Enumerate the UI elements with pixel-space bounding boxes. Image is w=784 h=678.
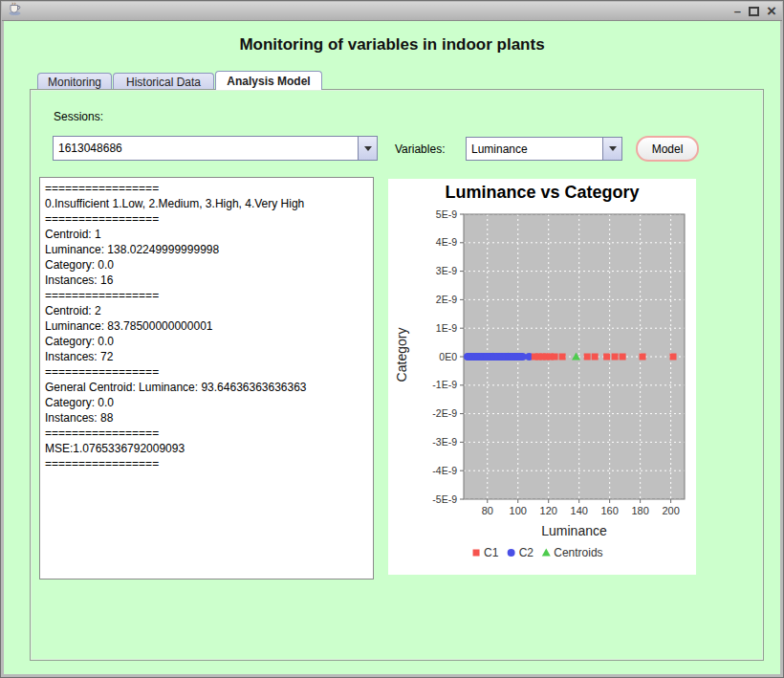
sessions-combobox[interactable]: 1613048686: [53, 136, 378, 161]
results-textarea[interactable]: ================= 0.Insufficient 1.Low, …: [39, 177, 374, 580]
tab-monitoring-label: Monitoring: [48, 76, 101, 89]
variables-combobox-arrow-button[interactable]: [602, 138, 621, 160]
tab-historical-data[interactable]: Historical Data: [113, 73, 214, 90]
chevron-down-icon: [609, 146, 617, 151]
svg-text:120: 120: [540, 505, 557, 516]
tab-analysis-model[interactable]: Analysis Model: [215, 71, 322, 90]
svg-text:-4E-9: -4E-9: [432, 465, 457, 476]
tab-monitoring[interactable]: Monitoring: [37, 73, 112, 90]
svg-text:100: 100: [510, 505, 527, 516]
sessions-combobox-arrow-button[interactable]: [358, 137, 377, 160]
svg-text:140: 140: [571, 505, 588, 516]
svg-text:-2E-9: -2E-9: [432, 407, 457, 419]
java-app-icon: [8, 2, 22, 20]
x-axis-label: Luminance: [464, 523, 685, 538]
chevron-down-icon: [364, 146, 372, 151]
model-button[interactable]: Model: [636, 136, 699, 162]
page-title: Monitoring of variables in indoor plants: [1, 35, 783, 55]
app-window: – × Monitoring of variables in indoor pl…: [0, 0, 784, 678]
maximize-button[interactable]: [749, 7, 759, 16]
sessions-combobox-value: 1613048686: [54, 137, 358, 160]
svg-text:Centroids: Centroids: [554, 546, 602, 559]
svg-text:-3E-9: -3E-9: [432, 436, 457, 448]
svg-text:160: 160: [600, 505, 618, 516]
minimize-button[interactable]: –: [734, 5, 741, 18]
variables-combobox[interactable]: Luminance: [466, 137, 622, 161]
sessions-label: Sessions:: [54, 110, 103, 123]
svg-text:C2: C2: [519, 546, 534, 559]
close-button[interactable]: ×: [767, 5, 776, 18]
svg-text:2E-9: 2E-9: [436, 294, 457, 305]
tab-historical-data-label: Historical Data: [126, 76, 201, 89]
svg-text:C1: C1: [484, 546, 499, 559]
svg-text:4E-9: 4E-9: [436, 236, 457, 248]
variables-combobox-value: Luminance: [467, 138, 602, 160]
svg-text:200: 200: [662, 505, 679, 516]
svg-text:3E-9: 3E-9: [436, 265, 457, 276]
svg-text:180: 180: [631, 505, 648, 516]
tab-analysis-model-label: Analysis Model: [227, 75, 310, 88]
window-titlebar[interactable]: – ×: [2, 2, 782, 21]
chart-panel: Luminance vs Category 5E-94E-93E-92E-91E…: [388, 179, 696, 575]
svg-text:0E0: 0E0: [439, 351, 457, 362]
svg-text:5E-9: 5E-9: [436, 208, 457, 220]
svg-text:80: 80: [482, 505, 493, 516]
scatter-plot: 5E-94E-93E-92E-91E-90E0-1E-9-2E-9-3E-9-4…: [388, 179, 696, 575]
y-axis-label: Category: [394, 317, 409, 393]
variables-label: Variables:: [395, 142, 445, 156]
svg-text:-1E-9: -1E-9: [432, 379, 457, 390]
svg-text:1E-9: 1E-9: [436, 322, 457, 334]
svg-text:-5E-9: -5E-9: [432, 493, 457, 505]
